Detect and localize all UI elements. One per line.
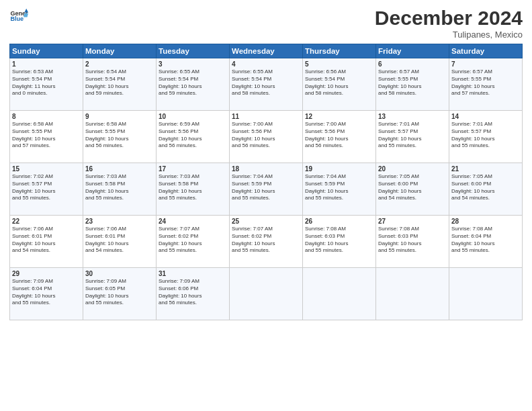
calendar-header-row: SundayMondayTuesdayWednesdayThursdayFrid… — [10, 44, 523, 58]
day-number: 25 — [232, 218, 300, 225]
day-number: 22 — [12, 218, 81, 225]
day-info: Sunrise: 7:09 AM Sunset: 6:06 PM Dayligh… — [159, 278, 227, 307]
day-number: 5 — [305, 60, 373, 68]
day-info: Sunrise: 6:54 AM Sunset: 5:54 PM Dayligh… — [85, 68, 154, 97]
day-number: 19 — [305, 165, 373, 173]
calendar-table: SundayMondayTuesdayWednesdayThursdayFrid… — [9, 44, 523, 320]
calendar-cell — [376, 268, 449, 320]
calendar-cell: 30Sunrise: 7:09 AM Sunset: 6:05 PM Dayli… — [83, 268, 157, 320]
day-number: 14 — [451, 113, 520, 120]
day-number: 11 — [232, 113, 300, 120]
header-cell-friday: Friday — [376, 44, 449, 58]
calendar-cell: 15Sunrise: 7:02 AM Sunset: 5:57 PM Dayli… — [10, 163, 83, 216]
day-number: 20 — [378, 165, 447, 173]
calendar-cell: 27Sunrise: 7:08 AM Sunset: 6:03 PM Dayli… — [376, 216, 449, 268]
day-number: 30 — [85, 270, 154, 277]
calendar-cell: 5Sunrise: 6:56 AM Sunset: 5:54 PM Daylig… — [303, 58, 376, 111]
day-info: Sunrise: 7:02 AM Sunset: 5:57 PM Dayligh… — [12, 173, 81, 202]
day-number: 4 — [232, 60, 300, 68]
day-info: Sunrise: 7:03 AM Sunset: 5:58 PM Dayligh… — [159, 173, 227, 202]
day-number: 27 — [378, 218, 447, 225]
day-number: 17 — [159, 165, 227, 173]
calendar-cell: 14Sunrise: 7:01 AM Sunset: 5:57 PM Dayli… — [449, 111, 523, 163]
calendar-body: 1Sunrise: 6:53 AM Sunset: 5:54 PM Daylig… — [10, 58, 523, 320]
page-container: General Blue December 2024 Tulipanes, Me… — [0, 0, 532, 327]
day-info: Sunrise: 7:00 AM Sunset: 5:56 PM Dayligh… — [305, 121, 373, 150]
calendar-cell: 9Sunrise: 6:58 AM Sunset: 5:55 PM Daylig… — [83, 111, 157, 163]
day-number: 12 — [305, 113, 373, 120]
calendar-week-5: 29Sunrise: 7:09 AM Sunset: 6:04 PM Dayli… — [10, 268, 523, 320]
day-number: 3 — [159, 60, 227, 68]
calendar-cell: 29Sunrise: 7:09 AM Sunset: 6:04 PM Dayli… — [10, 268, 83, 320]
day-number: 26 — [305, 218, 373, 225]
calendar-cell: 13Sunrise: 7:01 AM Sunset: 5:57 PM Dayli… — [376, 111, 449, 163]
day-info: Sunrise: 6:57 AM Sunset: 5:55 PM Dayligh… — [378, 68, 447, 97]
day-number: 18 — [232, 165, 300, 173]
calendar-week-4: 22Sunrise: 7:06 AM Sunset: 6:01 PM Dayli… — [10, 216, 523, 268]
day-info: Sunrise: 7:04 AM Sunset: 5:59 PM Dayligh… — [305, 173, 373, 202]
day-info: Sunrise: 7:06 AM Sunset: 6:01 PM Dayligh… — [12, 226, 81, 255]
calendar-cell: 17Sunrise: 7:03 AM Sunset: 5:58 PM Dayli… — [157, 163, 230, 216]
calendar-cell: 10Sunrise: 6:59 AM Sunset: 5:56 PM Dayli… — [157, 111, 230, 163]
day-number: 2 — [85, 60, 154, 68]
day-info: Sunrise: 6:56 AM Sunset: 5:54 PM Dayligh… — [305, 68, 373, 97]
calendar-week-2: 8Sunrise: 6:58 AM Sunset: 5:55 PM Daylig… — [10, 111, 523, 163]
day-number: 16 — [85, 165, 154, 173]
month-title: December 2024 — [375, 7, 523, 30]
day-info: Sunrise: 6:55 AM Sunset: 5:54 PM Dayligh… — [159, 68, 227, 97]
svg-text:Blue: Blue — [10, 15, 24, 22]
day-number: 7 — [451, 60, 520, 68]
day-info: Sunrise: 7:03 AM Sunset: 5:58 PM Dayligh… — [85, 173, 154, 202]
calendar-cell: 6Sunrise: 6:57 AM Sunset: 5:55 PM Daylig… — [376, 58, 449, 111]
header-cell-wednesday: Wednesday — [230, 44, 303, 58]
day-info: Sunrise: 6:57 AM Sunset: 5:55 PM Dayligh… — [451, 68, 520, 97]
day-number: 13 — [378, 113, 447, 120]
day-info: Sunrise: 6:53 AM Sunset: 5:54 PM Dayligh… — [12, 68, 81, 97]
day-info: Sunrise: 7:08 AM Sunset: 6:04 PM Dayligh… — [451, 226, 520, 255]
calendar-week-1: 1Sunrise: 6:53 AM Sunset: 5:54 PM Daylig… — [10, 58, 523, 111]
calendar-cell: 23Sunrise: 7:06 AM Sunset: 6:01 PM Dayli… — [83, 216, 157, 268]
calendar-cell: 12Sunrise: 7:00 AM Sunset: 5:56 PM Dayli… — [303, 111, 376, 163]
calendar-cell: 11Sunrise: 7:00 AM Sunset: 5:56 PM Dayli… — [230, 111, 303, 163]
header-cell-tuesday: Tuesday — [157, 44, 230, 58]
day-info: Sunrise: 7:09 AM Sunset: 6:05 PM Dayligh… — [85, 278, 154, 307]
calendar-cell — [303, 268, 376, 320]
day-number: 6 — [378, 60, 447, 68]
day-info: Sunrise: 7:07 AM Sunset: 6:02 PM Dayligh… — [159, 226, 227, 255]
day-info: Sunrise: 7:08 AM Sunset: 6:03 PM Dayligh… — [378, 226, 447, 255]
calendar-cell: 25Sunrise: 7:07 AM Sunset: 6:02 PM Dayli… — [230, 216, 303, 268]
calendar-cell: 3Sunrise: 6:55 AM Sunset: 5:54 PM Daylig… — [157, 58, 230, 111]
day-info: Sunrise: 7:01 AM Sunset: 5:57 PM Dayligh… — [451, 121, 520, 150]
day-number: 29 — [12, 270, 81, 277]
day-number: 23 — [85, 218, 154, 225]
calendar-cell: 24Sunrise: 7:07 AM Sunset: 6:02 PM Dayli… — [157, 216, 230, 268]
day-info: Sunrise: 7:00 AM Sunset: 5:56 PM Dayligh… — [232, 121, 300, 150]
header-cell-saturday: Saturday — [449, 44, 523, 58]
day-number: 1 — [12, 60, 81, 68]
day-number: 31 — [159, 270, 227, 277]
header: General Blue December 2024 Tulipanes, Me… — [9, 7, 523, 40]
calendar-cell: 26Sunrise: 7:08 AM Sunset: 6:03 PM Dayli… — [303, 216, 376, 268]
day-info: Sunrise: 7:05 AM Sunset: 6:00 PM Dayligh… — [378, 173, 447, 202]
calendar-cell: 4Sunrise: 6:55 AM Sunset: 5:54 PM Daylig… — [230, 58, 303, 111]
day-info: Sunrise: 6:59 AM Sunset: 5:56 PM Dayligh… — [159, 121, 227, 150]
header-cell-sunday: Sunday — [10, 44, 83, 58]
day-number: 15 — [12, 165, 81, 173]
calendar-cell — [230, 268, 303, 320]
day-info: Sunrise: 7:05 AM Sunset: 6:00 PM Dayligh… — [451, 173, 520, 202]
day-number: 8 — [12, 113, 81, 120]
calendar-cell: 2Sunrise: 6:54 AM Sunset: 5:54 PM Daylig… — [83, 58, 157, 111]
logo: General Blue — [9, 7, 28, 26]
subtitle: Tulipanes, Mexico — [375, 30, 523, 40]
day-info: Sunrise: 6:55 AM Sunset: 5:54 PM Dayligh… — [232, 68, 300, 97]
calendar-cell: 31Sunrise: 7:09 AM Sunset: 6:06 PM Dayli… — [157, 268, 230, 320]
day-info: Sunrise: 7:01 AM Sunset: 5:57 PM Dayligh… — [378, 121, 447, 150]
day-number: 10 — [159, 113, 227, 120]
calendar-cell: 8Sunrise: 6:58 AM Sunset: 5:55 PM Daylig… — [10, 111, 83, 163]
day-info: Sunrise: 6:58 AM Sunset: 5:55 PM Dayligh… — [12, 121, 81, 150]
day-info: Sunrise: 7:06 AM Sunset: 6:01 PM Dayligh… — [85, 226, 154, 255]
calendar-cell: 20Sunrise: 7:05 AM Sunset: 6:00 PM Dayli… — [376, 163, 449, 216]
day-number: 9 — [85, 113, 154, 120]
header-cell-thursday: Thursday — [303, 44, 376, 58]
day-info: Sunrise: 7:04 AM Sunset: 5:59 PM Dayligh… — [232, 173, 300, 202]
